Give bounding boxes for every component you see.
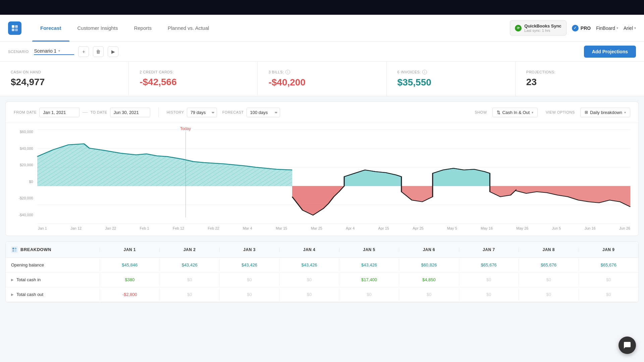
- y-axis: $60,000 $40,000 $20,000 $0 -$20,000 -$40…: [14, 130, 37, 224]
- x-apr4: Apr 4: [346, 226, 355, 230]
- opening-balance-values: $45,846 $43,426 $43,426 $43,426 $43,426 …: [100, 258, 638, 272]
- stat-projections-label: PROJECTIONS:: [526, 70, 633, 74]
- row-total-cash-out: ▶ Total cash out -$2,800 $0 $0 $0 $0 $0 …: [6, 287, 638, 302]
- col-jan8: JAN 8: [519, 247, 578, 252]
- total-cash-out-label: ▶ Total cash out: [6, 292, 100, 297]
- tco-jan3: $0: [219, 288, 279, 301]
- chat-button[interactable]: [619, 337, 636, 354]
- pro-check-icon: ✓: [572, 25, 579, 32]
- main-nav: Forecast Customer Insights Reports Plann…: [0, 15, 644, 42]
- svg-rect-3: [15, 28, 18, 31]
- stats-bar: CASH ON HAND $24,977 2 CREDIT CARDS: -$4…: [0, 62, 644, 96]
- opening-balance-label: Opening balance: [6, 262, 100, 267]
- bills-info-icon[interactable]: i: [285, 70, 290, 74]
- user-chevron-icon: ▾: [634, 26, 636, 30]
- add-projections-button[interactable]: Add Projections: [584, 46, 636, 58]
- sort-icon: ⇅: [497, 110, 500, 115]
- x-feb22: Feb 22: [208, 226, 219, 230]
- cash-out-expand-icon[interactable]: ▶: [11, 293, 14, 296]
- forecast-label: FORECAST: [222, 110, 244, 114]
- breakdown-title-cell: BREAKDOWN: [6, 246, 100, 253]
- ob-jan5: $43,426: [339, 258, 399, 272]
- from-date-label: FROM DATE: [14, 110, 37, 114]
- today-line: [185, 132, 186, 218]
- y-label-0: $0: [14, 180, 33, 184]
- x-mar15: Mar 15: [276, 226, 287, 230]
- chart-area: Today $60,000 $40,000 $20,000 $0 -$20,00…: [6, 123, 638, 236]
- ob-jan6: $60,826: [399, 258, 459, 272]
- history-select[interactable]: 79 days ▾: [187, 108, 217, 117]
- tco-jan1: -$2,800: [100, 288, 159, 301]
- view-options-label: VIEW OPTIONS: [546, 110, 575, 114]
- y-label-20k: $20,000: [14, 163, 33, 167]
- x-mar25: Mar 25: [311, 226, 322, 230]
- history-label: HISTORY: [167, 110, 184, 114]
- x-may5: May 5: [447, 226, 457, 230]
- to-date-input[interactable]: Jun 30, 2021: [110, 108, 150, 117]
- chart-forecast-negative-4: [516, 186, 630, 207]
- total-cash-in-values: $380 $0 $0 $0 $17,400 $4,850 $0 $0 $0: [100, 273, 638, 286]
- nav-reports[interactable]: Reports: [126, 15, 160, 42]
- x-apr25: Apr 25: [413, 226, 423, 230]
- view-options-dropdown[interactable]: ⊞ Daily breakdown ▾: [580, 108, 630, 117]
- y-label-40k: $40,000: [14, 146, 33, 150]
- nav-customer-insights[interactable]: Customer Insights: [69, 15, 126, 42]
- quickbooks-sync-button[interactable]: ⟳ QuickBooks Sync Last sync: 1 hrs: [510, 20, 567, 36]
- tci-jan5: $17,400: [339, 273, 399, 286]
- tci-jan8: $0: [519, 273, 578, 286]
- x-jun26: Jun 26: [619, 226, 630, 230]
- tci-jan9: $0: [579, 273, 638, 286]
- row-total-cash-in: ▶ Total cash in $380 $0 $0 $0 $17,400 $4…: [6, 273, 638, 287]
- x-jan1: Jan 1: [38, 226, 47, 230]
- chart-controls: FROM DATE Jan 1, 2021 — TO DATE Jun 30, …: [6, 102, 638, 123]
- col-jan2: JAN 2: [159, 247, 219, 252]
- grid-icon: ⊞: [585, 110, 588, 115]
- stat-credit-cards-value: -$42,566: [140, 77, 247, 87]
- chart-forecast-positive-1: [344, 170, 401, 186]
- tci-jan2: $0: [159, 273, 219, 286]
- tci-jan1: $380: [100, 273, 159, 286]
- forecast-select[interactable]: 100 days ▾: [247, 108, 280, 117]
- date-separator: —: [82, 109, 88, 115]
- from-date-input[interactable]: Jan 1, 2021: [39, 108, 79, 117]
- workspace-dropdown[interactable]: FinBoard ▾: [596, 25, 618, 31]
- view-options-chevron-icon: ▾: [624, 111, 626, 114]
- cash-in-expand-icon[interactable]: ▶: [11, 278, 14, 282]
- y-label-neg40k: -$40,000: [14, 213, 33, 217]
- x-may26: May 26: [516, 226, 528, 230]
- y-label-neg20k: -$20,000: [14, 196, 33, 200]
- nav-planned-vs-actual[interactable]: Planned vs. Actual: [160, 15, 217, 42]
- x-feb1: Feb 1: [140, 226, 149, 230]
- add-scenario-button[interactable]: +: [78, 46, 89, 57]
- show-chevron-icon: ▾: [532, 111, 533, 114]
- breakdown-section: BREAKDOWN JAN 1 JAN 2 JAN 3 JAN 4 JAN 5 …: [5, 241, 639, 302]
- chart-svg: [37, 130, 630, 224]
- tci-jan7: $0: [459, 273, 519, 286]
- tco-jan5: $0: [339, 288, 399, 301]
- invoices-info-icon[interactable]: i: [422, 70, 427, 74]
- quickbooks-icon: ⟳: [515, 25, 522, 32]
- stat-invoices: 6 INVOICES: i $35,550: [387, 62, 516, 96]
- stat-credit-cards-label: 2 CREDIT CARDS:: [140, 70, 247, 74]
- chart-section: FROM DATE Jan 1, 2021 — TO DATE Jun 30, …: [5, 102, 639, 236]
- scenario-bar: SCENARIO Scenario 1 ▾ + 🗑 ▶ Add Projecti…: [0, 42, 644, 62]
- col-jan9: JAN 9: [579, 247, 638, 252]
- user-menu[interactable]: Ariel ▾: [624, 25, 636, 31]
- show-dropdown[interactable]: ⇅ Cash In & Out ▾: [492, 108, 538, 117]
- forecast-group: FORECAST 100 days ▾: [222, 108, 280, 117]
- play-scenario-button[interactable]: ▶: [108, 46, 118, 57]
- nav-forecast[interactable]: Forecast: [32, 15, 69, 42]
- delete-scenario-button[interactable]: 🗑: [93, 46, 104, 57]
- app-logo[interactable]: [8, 21, 21, 35]
- ob-jan2: $43,426: [159, 258, 219, 272]
- svg-rect-14: [15, 250, 16, 252]
- nav-items: Forecast Customer Insights Reports Plann…: [32, 15, 510, 42]
- scenario-select[interactable]: Scenario 1 ▾: [34, 48, 74, 55]
- col-jan3: JAN 3: [219, 247, 279, 252]
- ob-jan8: $65,676: [519, 258, 578, 272]
- x-jun16: Jun 16: [585, 226, 596, 230]
- ob-jan4: $43,426: [279, 258, 339, 272]
- from-date-group: FROM DATE Jan 1, 2021 — TO DATE Jun 30, …: [14, 108, 150, 117]
- breakdown-column-headers: JAN 1 JAN 2 JAN 3 JAN 4 JAN 5 JAN 6 JAN …: [100, 247, 638, 252]
- svg-rect-13: [12, 250, 14, 252]
